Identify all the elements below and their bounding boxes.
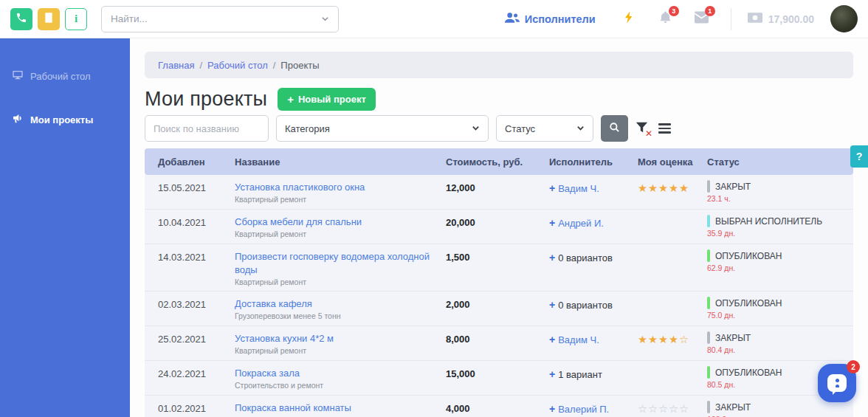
plus-icon: +: [549, 299, 555, 311]
project-title-link[interactable]: Доставка кафеля: [235, 298, 312, 309]
table-row: 01.02.2021 Покраска ванной комнаты Кварт…: [145, 396, 853, 417]
breadcrumb-separator: /: [199, 60, 202, 71]
balance-display[interactable]: 17,900.00: [748, 13, 814, 25]
rating-stars[interactable]: ★★★★★: [638, 180, 701, 194]
info-button[interactable]: i: [65, 8, 87, 30]
project-category: Квартирный ремонт: [235, 195, 440, 204]
megaphone-icon: [12, 113, 24, 127]
filters-row: Категория Статус ✕: [145, 115, 853, 142]
phone-icon: [16, 12, 27, 27]
users-icon: [505, 12, 520, 26]
project-title-link[interactable]: Установка пластикового окна: [235, 182, 365, 193]
project-category: Квартирный ремонт: [235, 230, 440, 238]
project-status-cell: ВЫБРАН ИСПОЛНИТЕЛЬ 35.9 дн.: [707, 215, 853, 238]
project-executor[interactable]: +Андрей И.: [549, 215, 632, 229]
project-title-link[interactable]: Установка кухни 4*2 м: [235, 333, 334, 344]
rating-stars[interactable]: ★★★★☆: [638, 331, 701, 345]
status-bar: [707, 215, 710, 227]
phone-button[interactable]: [10, 8, 32, 30]
project-category: Грузоперевозки менее 5 тонн: [235, 311, 440, 320]
apply-filters-button[interactable]: [601, 115, 628, 142]
new-project-label: Новый проект: [298, 94, 366, 105]
bolt-icon: [622, 14, 636, 27]
project-executor[interactable]: +Вадим Ч.: [549, 180, 632, 194]
money-icon: [748, 13, 762, 25]
rating-stars[interactable]: ☆☆☆☆☆: [638, 401, 701, 415]
documents-button[interactable]: [38, 8, 60, 30]
project-title-link[interactable]: Покраска ванной комнаты: [235, 402, 351, 413]
category-select-value: Категория: [285, 123, 330, 134]
project-cost: 8,000: [446, 331, 543, 345]
project-title-link[interactable]: Сборка мебели для спальни: [235, 216, 362, 227]
global-search-combobox[interactable]: Найти...: [101, 6, 339, 32]
project-executor[interactable]: +0 вариантов: [549, 297, 632, 311]
balance-amount: 17,900.00: [768, 13, 814, 25]
project-executor[interactable]: +0 вариантов: [549, 249, 632, 263]
chevron-down-icon: [472, 123, 480, 134]
chat-widget-button[interactable]: 2: [818, 364, 856, 402]
project-date: 10.04.2021: [158, 215, 229, 228]
navbar-right-cluster: Исполнители 3 1 17,900.00: [505, 5, 858, 32]
messages-badge: 1: [705, 6, 715, 16]
category-select[interactable]: Категория: [276, 115, 489, 142]
quick-actions-button[interactable]: [622, 10, 636, 27]
status-bar: [707, 180, 710, 193]
plus-icon: +: [549, 217, 555, 229]
project-executor[interactable]: +Валерий П.: [549, 401, 632, 415]
project-date: 24.02.2021: [158, 366, 229, 379]
project-name-cell: Покраска зала Строительство и ремонт: [235, 366, 440, 390]
breadcrumb-home-link[interactable]: Главная: [158, 60, 194, 71]
new-project-button[interactable]: + Новый проект: [278, 88, 376, 111]
status-bar: [707, 331, 710, 344]
status-bar: [707, 366, 710, 379]
projects-table-header: Добавлен Название Стоимость, руб. Исполн…: [145, 148, 853, 175]
title-search-input[interactable]: [145, 115, 269, 142]
col-header-executor: Исполнитель: [549, 156, 632, 168]
sidebar: Рабочий стол Мои проекты: [0, 38, 130, 417]
project-name-cell: Покраска ванной комнаты Квартирный ремон…: [235, 401, 440, 417]
plus-icon: +: [549, 252, 555, 263]
col-header-name: Название: [235, 156, 440, 168]
project-title-link[interactable]: Произвести госповерку водомера холодной …: [235, 251, 430, 275]
col-header-status: Статус: [707, 156, 853, 168]
clear-filters-button[interactable]: ✕: [636, 121, 648, 137]
help-button[interactable]: ?: [850, 145, 868, 168]
status-select[interactable]: Статус: [496, 115, 593, 142]
user-avatar[interactable]: [830, 5, 858, 32]
title-row: Мои проекты + Новый проект: [145, 88, 853, 111]
executors-link[interactable]: Исполнители: [505, 12, 596, 26]
col-header-added: Добавлен: [158, 156, 229, 168]
mail-icon: [695, 14, 709, 27]
projects-table-body: 15.05.2021 Установка пластикового окна К…: [145, 175, 853, 417]
project-executor[interactable]: +Вадим Ч.: [549, 331, 632, 345]
project-date: 14.03.2021: [158, 249, 229, 263]
project-cost: 12,000: [446, 180, 543, 193]
global-search-placeholder: Найти...: [111, 13, 148, 24]
breadcrumb-dashboard-link[interactable]: Рабочий стол: [207, 60, 268, 71]
project-category: Квартирный ремонт: [235, 346, 440, 355]
executors-label: Исполнители: [525, 13, 596, 25]
status-duration: 62.9 дн.: [707, 263, 853, 272]
project-name-cell: Доставка кафеля Грузоперевозки менее 5 т…: [235, 297, 440, 320]
breadcrumb-current: Проекты: [280, 60, 319, 71]
plus-icon: +: [549, 182, 555, 194]
sidebar-item-my-projects[interactable]: Мои проекты: [0, 106, 130, 134]
clear-x-icon: ✕: [645, 128, 652, 139]
sidebar-item-dashboard[interactable]: Рабочий стол: [0, 62, 130, 91]
status-label: ОПУБЛИКОВАН: [715, 251, 782, 261]
sidebar-item-label: Мои проекты: [30, 114, 93, 125]
table-row: 24.02.2021 Покраска зала Строительство и…: [145, 361, 853, 396]
project-title-link[interactable]: Покраска зала: [235, 368, 300, 379]
main-content: Главная / Рабочий стол / Проекты Мои про…: [130, 38, 868, 417]
status-bar: [707, 249, 710, 262]
project-executor[interactable]: +1 вариант: [549, 366, 632, 380]
project-status-cell: ОПУБЛИКОВАН 62.9 дн.: [707, 249, 853, 272]
list-view-button[interactable]: [658, 123, 671, 134]
plus-icon: +: [549, 334, 555, 345]
project-category: Квартирный ремонт: [235, 278, 440, 286]
status-duration: 75.0 дн.: [707, 311, 853, 320]
messages-button[interactable]: 1: [695, 10, 709, 27]
status-bar: [707, 297, 710, 309]
project-date: 01.02.2021: [158, 401, 229, 414]
notifications-button[interactable]: 3: [658, 10, 672, 27]
